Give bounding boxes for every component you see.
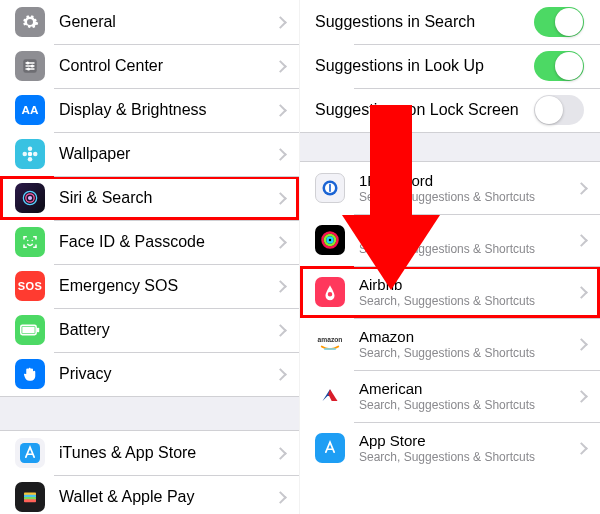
svg-rect-33 bbox=[324, 348, 336, 350]
app-row-appstore[interactable]: App StoreSearch, Suggestions & Shortcuts bbox=[300, 422, 600, 474]
app-row-text: AmazonSearch, Suggestions & Shortcuts bbox=[359, 328, 568, 360]
svg-point-5 bbox=[31, 65, 34, 68]
settings-row-itunes[interactable]: iTunes & App Store bbox=[0, 431, 299, 475]
settings-root-pane: GeneralControl CenterAADisplay & Brightn… bbox=[0, 0, 300, 514]
toggle-row-sugg-search: Suggestions in Search bbox=[300, 0, 600, 44]
chevron-right-icon bbox=[576, 441, 584, 455]
app-row-title: Amazon bbox=[359, 328, 568, 346]
chevron-right-icon bbox=[576, 389, 584, 403]
settings-list: GeneralControl CenterAADisplay & Brightn… bbox=[0, 0, 299, 396]
svg-point-4 bbox=[26, 62, 29, 65]
app-row-subtitle: Search, Suggestions & Shortcuts bbox=[359, 294, 568, 308]
chevron-right-icon bbox=[275, 367, 283, 381]
appstore-a-icon bbox=[15, 438, 45, 468]
battery-icon bbox=[15, 315, 45, 345]
app-row-text: 1PasswordSearch, Suggestions & Shortcuts bbox=[359, 172, 568, 204]
chevron-right-icon bbox=[275, 191, 283, 205]
settings-row-label: Wallet & Apple Pay bbox=[59, 488, 267, 506]
toggle-switch-sugg-search[interactable] bbox=[534, 7, 584, 37]
settings-row-privacy[interactable]: Privacy bbox=[0, 352, 299, 396]
app-row-text: AirbnbSearch, Suggestions & Shortcuts bbox=[359, 276, 568, 308]
sliders-icon bbox=[15, 51, 45, 81]
chevron-right-icon bbox=[275, 279, 283, 293]
settings-row-label: Siri & Search bbox=[59, 189, 267, 207]
settings-row-label: Wallpaper bbox=[59, 145, 267, 163]
gear-icon bbox=[15, 7, 45, 37]
svg-text:amazon: amazon bbox=[318, 336, 343, 343]
chevron-right-icon bbox=[275, 147, 283, 161]
settings-row-sos[interactable]: SOSEmergency SOS bbox=[0, 264, 299, 308]
svg-rect-28 bbox=[329, 184, 331, 192]
app-row-subtitle: Search, Suggestions & Shortcuts bbox=[359, 346, 568, 360]
settings-list-2: iTunes & App StoreWallet & Apple Pay bbox=[0, 431, 299, 514]
svg-rect-25 bbox=[24, 499, 36, 502]
onepassword-icon bbox=[315, 173, 345, 203]
chevron-right-icon bbox=[576, 233, 584, 247]
app-row-text: ActivitySearch, Suggestions & Shortcuts bbox=[359, 224, 568, 256]
settings-row-control-center[interactable]: Control Center bbox=[0, 44, 299, 88]
settings-row-battery[interactable]: Battery bbox=[0, 308, 299, 352]
sos-icon: SOS bbox=[15, 271, 45, 301]
svg-point-11 bbox=[23, 152, 28, 157]
settings-row-label: Face ID & Passcode bbox=[59, 233, 267, 251]
toggle-row-sugg-lock: Suggestions on Lock Screen bbox=[300, 88, 600, 132]
chevron-right-icon bbox=[275, 103, 283, 117]
app-row-text: AmericanSearch, Suggestions & Shortcuts bbox=[359, 380, 568, 412]
app-row-title: Activity bbox=[359, 224, 568, 242]
app-row-1password[interactable]: 1PasswordSearch, Suggestions & Shortcuts bbox=[300, 162, 600, 214]
toggle-section: Suggestions in SearchSuggestions in Look… bbox=[300, 0, 600, 132]
app-row-airbnb[interactable]: AirbnbSearch, Suggestions & Shortcuts bbox=[300, 266, 600, 318]
settings-row-label: Display & Brightness bbox=[59, 101, 267, 119]
settings-row-label: Battery bbox=[59, 321, 267, 339]
app-row-title: American bbox=[359, 380, 568, 398]
svg-point-9 bbox=[28, 147, 33, 152]
toggle-label: Suggestions in Look Up bbox=[315, 57, 534, 75]
flower-icon bbox=[15, 139, 45, 169]
chevron-right-icon bbox=[576, 337, 584, 351]
settings-row-faceid[interactable]: Face ID & Passcode bbox=[0, 220, 299, 264]
app-row-activity[interactable]: ActivitySearch, Suggestions & Shortcuts bbox=[300, 214, 600, 266]
toggle-switch-sugg-lookup[interactable] bbox=[534, 51, 584, 81]
app-row-american[interactable]: AmericanSearch, Suggestions & Shortcuts bbox=[300, 370, 600, 422]
svg-point-6 bbox=[27, 68, 30, 71]
chevron-right-icon bbox=[275, 15, 283, 29]
app-row-subtitle: Search, Suggestions & Shortcuts bbox=[359, 450, 568, 464]
settings-row-wallet[interactable]: Wallet & Apple Pay bbox=[0, 475, 299, 514]
svg-text:AA: AA bbox=[22, 103, 39, 116]
hand-icon bbox=[15, 359, 45, 389]
chevron-right-icon bbox=[275, 490, 283, 504]
svg-point-17 bbox=[32, 240, 34, 242]
settings-row-label: iTunes & App Store bbox=[59, 444, 267, 462]
svg-point-31 bbox=[328, 238, 333, 243]
app-row-amazon[interactable]: amazonAmazonSearch, Suggestions & Shortc… bbox=[300, 318, 600, 370]
settings-row-display[interactable]: AADisplay & Brightness bbox=[0, 88, 299, 132]
app-row-title: 1Password bbox=[359, 172, 568, 190]
app-siri-settings-list: 1PasswordSearch, Suggestions & Shortcuts… bbox=[300, 162, 600, 474]
settings-row-siri[interactable]: Siri & Search bbox=[0, 176, 299, 220]
faceid-icon bbox=[15, 227, 45, 257]
settings-row-label: Emergency SOS bbox=[59, 277, 267, 295]
chevron-right-icon bbox=[576, 285, 584, 299]
wallet-icon bbox=[15, 482, 45, 512]
section-gap bbox=[300, 132, 600, 162]
siri-icon bbox=[15, 183, 45, 213]
settings-row-general[interactable]: General bbox=[0, 0, 299, 44]
settings-row-wallpaper[interactable]: Wallpaper bbox=[0, 132, 299, 176]
letters-aa-icon: AA bbox=[15, 95, 45, 125]
app-row-subtitle: Search, Suggestions & Shortcuts bbox=[359, 398, 568, 412]
svg-point-8 bbox=[28, 152, 33, 157]
svg-rect-20 bbox=[22, 327, 34, 333]
settings-row-label: Privacy bbox=[59, 365, 267, 383]
svg-point-15 bbox=[28, 196, 32, 200]
settings-row-label: Control Center bbox=[59, 57, 267, 75]
toggle-switch-sugg-lock[interactable] bbox=[534, 95, 584, 125]
chevron-right-icon bbox=[576, 181, 584, 195]
activity-rings-icon bbox=[315, 225, 345, 255]
toggle-label: Suggestions in Search bbox=[315, 13, 534, 31]
app-row-title: Airbnb bbox=[359, 276, 568, 294]
airbnb-icon bbox=[315, 277, 345, 307]
amazon-icon: amazon bbox=[315, 329, 345, 359]
toggle-row-sugg-lookup: Suggestions in Look Up bbox=[300, 44, 600, 88]
settings-row-label: General bbox=[59, 13, 267, 31]
appstore-a-icon bbox=[315, 433, 345, 463]
